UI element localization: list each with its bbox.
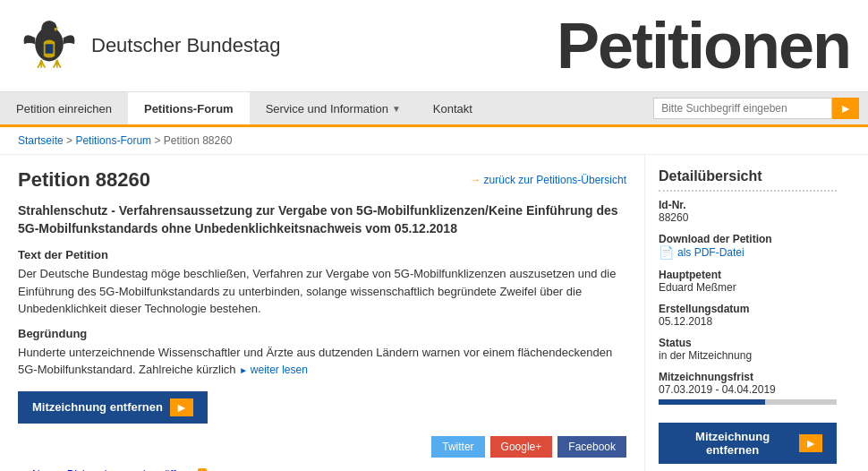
nav-service-information[interactable]: Service und Information ▼ xyxy=(250,92,417,124)
petition-text-body: Der Deutsche Bundestag möge beschließen,… xyxy=(18,265,626,318)
header-title: Deutscher Bundestag xyxy=(91,34,281,57)
read-more-link[interactable]: weiter lesen xyxy=(239,364,308,376)
sidebar-mitzeichnungsfrist-field: Mitzeichnungsfrist 07.03.2019 - 04.04.20… xyxy=(659,371,837,405)
button-arrow-icon: ► xyxy=(170,398,193,416)
main-content: Petition 88260 zurück zur Petitions-Über… xyxy=(0,155,644,471)
main-nav: Petition einreichen Petitions-Forum Serv… xyxy=(0,92,868,127)
back-to-overview-link[interactable]: zurück zur Petitions-Übersicht xyxy=(470,174,626,186)
nav-petition-einreichen[interactable]: Petition einreichen xyxy=(0,92,128,124)
detail-sidebar: Detailübersicht Id-Nr. 88260 Download de… xyxy=(644,155,850,471)
breadcrumb-forum[interactable]: Petitions-Forum xyxy=(75,134,151,147)
begruendung-label: Begründung xyxy=(18,327,626,340)
bundestag-eagle xyxy=(18,14,81,77)
sign-petition-button[interactable]: Mitzeichnung entfernen ► xyxy=(18,391,208,424)
breadcrumb-current: Petition 88260 xyxy=(164,134,233,147)
sidebar-title: Detailübersicht xyxy=(659,168,837,192)
begruendung-text: Hunderte unterzeichnende Wissenschaftler… xyxy=(18,344,626,379)
petition-title: Petition 88260 xyxy=(18,168,150,192)
sidebar-hauptpetent-field: Hauptpetent Eduard Meßmer xyxy=(659,269,837,294)
search-input[interactable] xyxy=(653,98,832,119)
chevron-down-icon: ▼ xyxy=(392,104,401,114)
search-button[interactable]: ► xyxy=(832,98,859,119)
text-label: Text der Petition xyxy=(18,248,626,261)
breadcrumb-startseite[interactable]: Startseite xyxy=(18,134,64,147)
sidebar-status-field: Status in der Mitzeichnung xyxy=(659,337,837,362)
google-share-button[interactable]: Google+ xyxy=(490,436,553,458)
page-title-large: Petitionen xyxy=(557,9,850,82)
sidebar-sign-button[interactable]: Mitzeichnung entfernen ► xyxy=(659,423,837,464)
twitter-share-button[interactable]: Twitter xyxy=(431,436,484,458)
sidebar-erstellungsdatum-field: Erstellungsdatum 05.12.2018 xyxy=(659,303,837,328)
sidebar-button-arrow-icon: ► xyxy=(799,434,822,452)
progress-bar-fill xyxy=(659,399,765,405)
nav-petitions-forum[interactable]: Petitions-Forum xyxy=(128,92,250,127)
svg-rect-3 xyxy=(46,44,54,54)
social-share-row: Twitter Google+ Facebook xyxy=(18,436,626,458)
sidebar-download-field: Download der Petition 📄 als PDF-Datei xyxy=(659,233,837,260)
sidebar-id-field: Id-Nr. 88260 xyxy=(659,199,837,224)
breadcrumb: Startseite > Petitions-Forum > Petition … xyxy=(0,127,868,155)
petition-subtitle: Strahlenschutz - Verfahrensaussetzung zu… xyxy=(18,202,626,237)
search-container: ► xyxy=(644,92,868,124)
progress-bar-container xyxy=(659,399,837,405)
pdf-icon: 📄 xyxy=(659,245,674,260)
facebook-share-button[interactable]: Facebook xyxy=(557,436,626,458)
nav-kontakt[interactable]: Kontakt xyxy=(417,92,489,124)
pdf-download-link[interactable]: 📄 als PDF-Datei xyxy=(659,245,837,260)
